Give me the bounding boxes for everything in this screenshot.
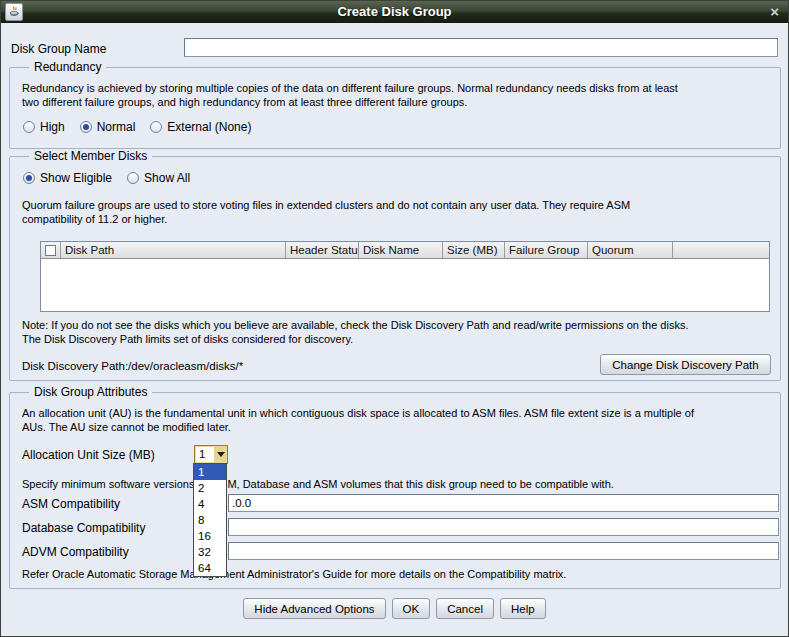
advm-compatibility-label: ADVM Compatibility <box>22 545 129 559</box>
title-bar: Create Disk Group × <box>1 1 788 23</box>
asm-compatibility-label: ASM Compatibility <box>22 497 120 511</box>
dialog-button-row: Hide Advanced Options OK Cancel Help <box>1 598 788 619</box>
cancel-button[interactable]: Cancel <box>436 598 494 619</box>
show-disks-radio-group: Show Eligible Show All <box>23 171 190 185</box>
table-body-empty <box>41 259 769 311</box>
radio-label: Normal <box>97 120 136 134</box>
allocation-unit-description: An allocation unit (AU) is the fundament… <box>22 406 694 434</box>
chevron-down-icon[interactable] <box>214 446 227 463</box>
radio-label: Show All <box>144 171 190 185</box>
redundancy-external-radio[interactable]: External (None) <box>150 120 251 134</box>
compatibility-footer: Refer Oracle Automatic Storage Managemen… <box>22 567 566 581</box>
database-compatibility-label: Database Compatibility <box>22 521 145 535</box>
help-button[interactable]: Help <box>500 598 546 619</box>
combo-selected-value: 1 <box>196 447 214 462</box>
column-header-disk-path[interactable]: Disk Path <box>61 242 286 259</box>
radio-label: External (None) <box>167 120 251 134</box>
radio-label: Show Eligible <box>40 171 112 185</box>
down-arrow-glyph <box>217 452 225 457</box>
select-member-disks-legend: Select Member Disks <box>29 149 152 163</box>
radio-icon <box>23 121 35 133</box>
member-disks-table[interactable]: Disk Path Header Status Disk Name Size (… <box>40 241 770 312</box>
select-all-checkbox[interactable] <box>45 245 56 256</box>
radio-label: High <box>40 120 65 134</box>
column-header-size-mb[interactable]: Size (MB) <box>443 242 505 259</box>
dropdown-option-32[interactable]: 32 <box>194 544 226 560</box>
hide-advanced-options-button[interactable]: Hide Advanced Options <box>243 598 385 619</box>
dropdown-option-1[interactable]: 1 <box>194 464 226 480</box>
redundancy-group: Redundancy Redundancy is achieved by sto… <box>9 67 781 149</box>
create-disk-group-dialog: Create Disk Group × Disk Group Name Redu… <box>0 0 789 637</box>
ok-button[interactable]: OK <box>392 598 431 619</box>
allocation-unit-size-dropdown: 1 2 4 8 16 32 64 <box>193 463 227 577</box>
dropdown-option-64[interactable]: 64 <box>194 560 226 576</box>
select-all-column-header <box>41 242 61 259</box>
redundancy-normal-radio[interactable]: Normal <box>80 120 136 134</box>
quorum-note: Quorum failure groups are used to store … <box>22 198 630 226</box>
show-eligible-radio[interactable]: Show Eligible <box>23 171 112 185</box>
column-header-disk-name[interactable]: Disk Name <box>359 242 443 259</box>
dropdown-option-8[interactable]: 8 <box>194 512 226 528</box>
radio-icon <box>127 172 139 184</box>
redundancy-description: Redundancy is achieved by storing multip… <box>22 81 678 109</box>
close-icon[interactable]: × <box>770 1 779 23</box>
disk-group-name-label: Disk Group Name <box>11 42 106 56</box>
dropdown-option-4[interactable]: 4 <box>194 496 226 512</box>
column-header-filler <box>673 242 769 259</box>
window-title: Create Disk Group <box>1 1 788 23</box>
column-header-header-status[interactable]: Header Status <box>286 242 359 259</box>
redundancy-high-radio[interactable]: High <box>23 120 65 134</box>
show-all-radio[interactable]: Show All <box>127 171 190 185</box>
redundancy-radio-group: High Normal External (None) <box>23 120 251 134</box>
dropdown-option-2[interactable]: 2 <box>194 480 226 496</box>
radio-selected-icon <box>23 172 35 184</box>
table-header-row: Disk Path Header Status Disk Name Size (… <box>41 242 769 259</box>
compatibility-intro: Specify minimum software versions for AS… <box>22 477 614 491</box>
asm-compatibility-input[interactable] <box>228 494 779 512</box>
disks-note: Note: If you do not see the disks which … <box>22 318 688 346</box>
radio-icon <box>150 121 162 133</box>
column-header-quorum[interactable]: Quorum <box>588 242 673 259</box>
advm-compatibility-input[interactable] <box>228 542 779 560</box>
disk-group-attributes-group: Disk Group Attributes An allocation unit… <box>9 392 781 589</box>
disk-discovery-path-label: Disk Discovery Path:/dev/oracleasm/disks… <box>22 360 243 372</box>
column-header-failure-group[interactable]: Failure Group <box>505 242 588 259</box>
change-disk-discovery-path-button[interactable]: Change Disk Discovery Path <box>600 354 771 375</box>
allocation-unit-size-combo[interactable]: 1 <box>194 445 228 464</box>
disk-group-name-input[interactable] <box>184 38 778 57</box>
dropdown-option-16[interactable]: 16 <box>194 528 226 544</box>
redundancy-legend: Redundancy <box>29 60 106 74</box>
disk-group-attributes-legend: Disk Group Attributes <box>29 385 152 399</box>
select-member-disks-group: Select Member Disks Show Eligible Show A… <box>9 156 781 381</box>
database-compatibility-input[interactable] <box>228 518 779 536</box>
allocation-unit-size-label: Allocation Unit Size (MB) <box>22 448 155 462</box>
radio-selected-icon <box>80 121 92 133</box>
